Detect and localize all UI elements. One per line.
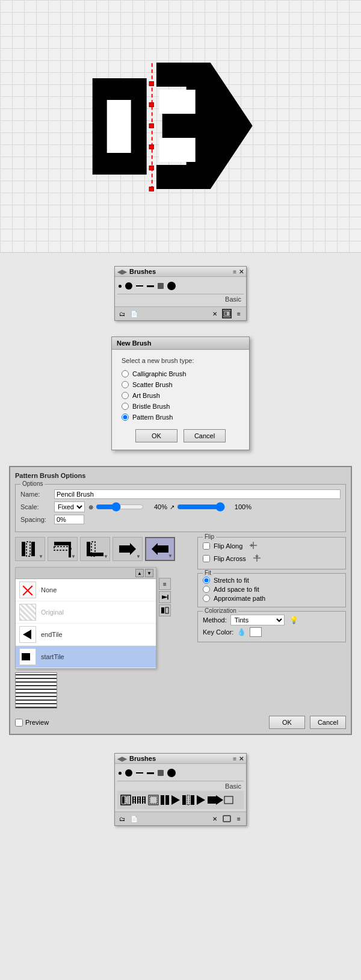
key-color-swatch[interactable] [250, 627, 262, 637]
brush-dot-small[interactable] [119, 285, 122, 288]
pbo-scale-slider[interactable] [96, 502, 144, 512]
svg-rect-43 [182, 795, 186, 805]
dropdown-scroll-up[interactable]: ▲ [135, 569, 144, 577]
panel-bottom-close-btn[interactable]: ✕ [239, 755, 244, 762]
dropdown-item-endtile[interactable]: endTile [16, 624, 156, 646]
svg-marker-20 [23, 630, 31, 639]
pbo-addspace-row: Add space to fit [203, 586, 341, 593]
dropdown-scroll-down[interactable]: ▼ [145, 569, 153, 577]
panel-close-btn[interactable]: ✕ [239, 268, 244, 275]
tile-start-dropdown: ▼ [136, 554, 141, 559]
svg-marker-22 [162, 595, 168, 599]
radio-art-label: Art Brush [132, 392, 160, 399]
svg-rect-50 [223, 816, 230, 822]
svg-rect-9 [31, 542, 35, 556]
brushes-panel-title: Brushes [129, 268, 156, 275]
selection-handle-5[interactable] [149, 166, 154, 170]
flip-along-checkbox[interactable] [203, 542, 210, 550]
radio-scatter[interactable]: Scatter Brush [122, 381, 239, 388]
delete-brush-icon[interactable]: ✕ [210, 309, 220, 318]
panel-expand-arrows[interactable]: ◀▶ [117, 268, 127, 275]
stretch-label: Stretch to fit [214, 577, 249, 584]
panel-menu-icon[interactable]: ≡ [234, 309, 244, 318]
delete-brush-icon-bottom[interactable]: ✕ [210, 814, 220, 823]
approx-radio[interactable] [203, 595, 210, 602]
new-brush-icon[interactable]: 📄 [129, 309, 139, 318]
pbo-fit-label: Fit [203, 569, 213, 576]
svg-marker-19 [152, 543, 158, 555]
selection-handle-6[interactable] [149, 187, 154, 191]
new-brush-dialog-body: Select a new brush type: Calligraphic Br… [112, 350, 249, 450]
selection-handle-3[interactable] [149, 123, 154, 128]
tile-side-button[interactable]: ▼ [15, 537, 45, 561]
pbo-name-input[interactable] [54, 489, 341, 499]
flip-across-checkbox[interactable] [203, 555, 210, 562]
tile-strip-icon-2[interactable] [159, 591, 171, 603]
pbo-scale-pct: 40% [146, 503, 167, 510]
brush-dash2-b[interactable] [147, 772, 154, 774]
selection-handle-4[interactable] [149, 144, 154, 149]
brush-dot-md-b[interactable] [125, 769, 132, 777]
pbo-cancel-button[interactable]: Cancel [310, 716, 346, 729]
libraries-icon-bottom[interactable]: 🗂 [117, 814, 127, 823]
dropdown-item-starttile[interactable]: startTile [16, 646, 156, 668]
radio-scatter-input[interactable] [122, 381, 129, 388]
svg-rect-7 [22, 542, 25, 556]
tile-start-wrapper: ▼ [113, 537, 143, 561]
svg-rect-27 [122, 796, 125, 804]
pbo-scale-select[interactable]: Fixed [54, 501, 85, 512]
radio-bristle[interactable]: Bristle Brush [122, 403, 239, 410]
new-brush-ok-button[interactable]: OK [135, 429, 177, 442]
tile-strip-icon-1[interactable]: ≡ [159, 578, 171, 590]
radio-calligraphic[interactable]: Calligraphic Brush [122, 370, 239, 377]
tile-start-button[interactable]: ▼ [113, 537, 143, 561]
panel-menu-icon-bottom[interactable]: ≡ [234, 814, 244, 823]
selection-handle-1[interactable] [149, 81, 154, 86]
tile-strip-icon-3[interactable] [159, 604, 171, 616]
brush-dash-b[interactable] [136, 772, 143, 774]
brush-dot-sm-b[interactable] [119, 772, 122, 775]
brush-square-b[interactable] [158, 770, 164, 776]
brush-dash-thin[interactable] [136, 285, 143, 287]
eyedropper-icon[interactable]: 💧 [237, 628, 246, 636]
panel-bottom-expand[interactable]: ◀▶ [117, 755, 127, 762]
radio-bristle-input[interactable] [122, 403, 129, 410]
dropdown-item-original[interactable]: Original [16, 601, 156, 624]
brush-options-icon[interactable] [222, 309, 232, 318]
dropdown-item-none[interactable]: None [16, 579, 156, 601]
help-icon[interactable]: 💡 [289, 616, 298, 624]
brush-options-icon-bottom[interactable] [222, 814, 232, 823]
brush-dash-medium[interactable] [147, 285, 154, 287]
brush-dot-large[interactable] [167, 282, 176, 290]
brush-square[interactable] [158, 283, 164, 289]
radio-pattern-input[interactable] [122, 414, 129, 421]
libraries-icon[interactable]: 🗂 [117, 309, 127, 318]
brush-dot-lg-b[interactable] [167, 769, 176, 777]
pbo-name-row: Name: [20, 489, 341, 499]
tile-icon-strip: ≡ [159, 578, 171, 616]
panel-menu-btn[interactable]: ≡ [233, 268, 236, 275]
addspace-label: Add space to fit [214, 586, 259, 593]
tile-end-button[interactable]: ▼ [145, 537, 175, 561]
brush-dot-medium[interactable] [125, 282, 132, 290]
pbo-ok-button[interactable]: OK [269, 716, 305, 729]
pbo-key-color-label: Key Color: [203, 628, 233, 636]
selection-handle-2[interactable] [149, 102, 154, 107]
radio-calligraphic-input[interactable] [122, 370, 129, 377]
new-brush-icon-bottom[interactable]: 📄 [129, 814, 139, 823]
panel-bottom-menu-btn[interactable]: ≡ [233, 755, 236, 762]
tile-end-icon [150, 541, 170, 557]
pbo-spacing-input[interactable] [54, 515, 84, 524]
new-brush-cancel-button[interactable]: Cancel [184, 429, 226, 442]
stretch-radio[interactable] [203, 577, 210, 584]
pbo-method-select[interactable]: Tints [230, 615, 285, 625]
preview-checkbox[interactable] [15, 719, 23, 727]
radio-pattern[interactable]: Pattern Brush [122, 414, 239, 421]
radio-art[interactable]: Art Brush [122, 392, 239, 399]
radio-art-input[interactable] [122, 392, 129, 399]
pbo-scale-slider2[interactable] [177, 502, 225, 512]
addspace-radio[interactable] [203, 586, 210, 593]
tile-inner-corner-button[interactable]: ▼ [80, 537, 110, 561]
tile-end-dropdown: ▼ [168, 553, 173, 559]
tile-outer-corner-button[interactable]: ▼ [48, 537, 78, 561]
